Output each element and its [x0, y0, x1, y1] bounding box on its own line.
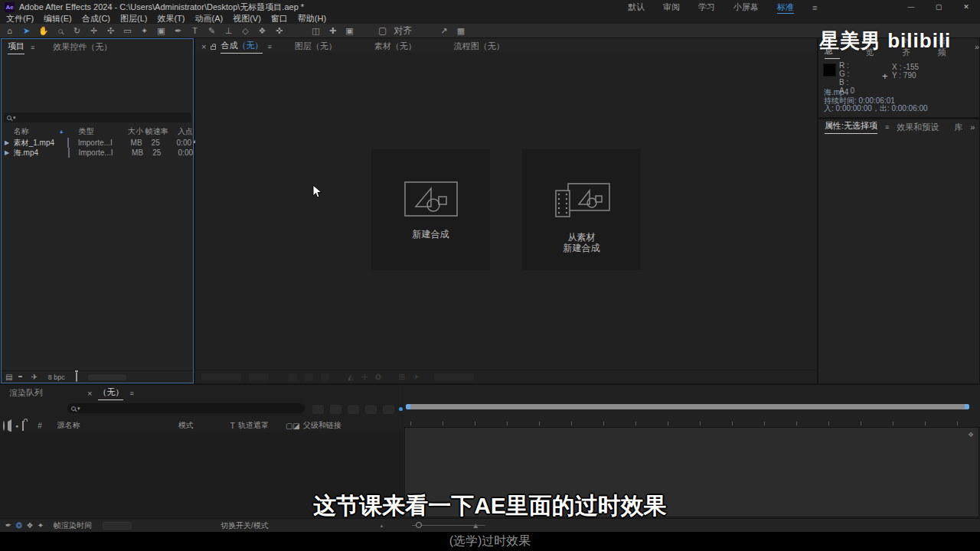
column-track-matte[interactable]: 轨道遮罩 — [238, 420, 269, 431]
tab-render-queue[interactable]: 渲染队列 — [9, 387, 43, 399]
horizontal-scrollbar[interactable] — [88, 374, 126, 380]
video-column-icon[interactable] — [3, 422, 5, 430]
comp-marker-icon[interactable]: ❖ — [968, 431, 974, 439]
overflow-icon[interactable]: » — [975, 42, 979, 51]
tab-close-icon[interactable]: × — [201, 42, 206, 51]
number-column[interactable]: # — [38, 422, 42, 430]
search-dropdown-icon[interactable]: ▾ — [13, 115, 16, 121]
eraser-tool-icon[interactable]: ◇ — [240, 26, 250, 36]
time-ruler[interactable] — [404, 413, 971, 427]
workspace-review[interactable]: 审阅 — [663, 2, 680, 13]
tab-properties[interactable]: 属性:无选择项 — [825, 120, 877, 134]
panel-menu-icon[interactable]: ≡ — [129, 390, 133, 397]
brainstorm-icon[interactable]: ✦ — [35, 521, 46, 530]
mask-tool-icon[interactable]: ▣ — [156, 26, 166, 36]
brush-tool-icon[interactable]: ✎ — [207, 26, 217, 36]
workspace-menu-icon[interactable]: ≡ — [812, 3, 817, 12]
overflow-icon[interactable]: » — [970, 122, 975, 132]
hide-shy-icon[interactable] — [348, 405, 359, 414]
column-parent-link[interactable]: 父级和链接 — [303, 420, 341, 431]
panel-menu-icon[interactable]: ≡ — [267, 43, 271, 51]
track-matte-t-icon[interactable]: T — [230, 422, 235, 430]
close-button[interactable]: ✕ — [952, 0, 980, 14]
menu-animation[interactable]: 动画(A) — [195, 13, 224, 24]
project-search-input[interactable]: ▾ — [4, 112, 191, 122]
project-table-header[interactable]: 名称 ▲ 类型 大小 帧速率 入点 — [2, 126, 193, 136]
camera-tool-icon[interactable]: ✛ — [89, 26, 99, 36]
draft-3d-icon[interactable] — [330, 405, 341, 414]
tab-project[interactable]: 项目 — [8, 41, 24, 54]
table-row[interactable]: ▶ 海.mp4 Importe...I MB 25 0:00 — [2, 148, 193, 158]
minimize-button[interactable]: — — [897, 0, 925, 14]
new-composition-button[interactable]: 新建合成 — [371, 149, 490, 270]
clone-stamp-tool-icon[interactable]: ⊥ — [224, 26, 234, 36]
navigator-end-handle[interactable] — [965, 404, 969, 409]
time-navigator-bar[interactable] — [406, 404, 969, 409]
column-size[interactable]: 大小 — [121, 126, 144, 137]
align-label[interactable]: 对齐 — [394, 24, 412, 37]
audio-column-icon[interactable] — [8, 422, 11, 430]
roto-brush-tool-icon[interactable]: ❖ — [257, 26, 267, 36]
tab-layer[interactable]: 图层（无） — [295, 41, 337, 52]
menu-window[interactable]: 窗口 — [271, 13, 288, 24]
star-tool-icon[interactable]: ✦ — [139, 26, 149, 36]
viewer-control-icon[interactable]: ✛ — [361, 373, 368, 381]
timecode-display[interactable] — [434, 373, 474, 380]
lock-column-icon[interactable] — [22, 422, 24, 430]
tab-timeline-comp[interactable]: （无） — [98, 386, 123, 400]
workspace-standard[interactable]: 标准 — [777, 2, 794, 14]
workspace-learn[interactable]: 学习 — [698, 2, 715, 13]
column-name[interactable]: 名称 — [14, 126, 59, 137]
tab-flowchart[interactable]: 流程图（无） — [454, 41, 505, 52]
navigator-start-handle[interactable] — [406, 404, 410, 409]
label-color-swatch[interactable] — [67, 139, 78, 147]
column-source-name[interactable]: 源名称 — [57, 420, 80, 431]
zoom-tool-icon[interactable] — [55, 26, 65, 35]
tab-footage[interactable]: 素材（无） — [374, 41, 416, 52]
frame-blend-icon[interactable] — [365, 405, 377, 414]
interpret-footage-icon[interactable]: ▤ — [5, 373, 12, 381]
column-framerate[interactable]: 帧速率 — [143, 126, 170, 137]
workspace-default[interactable]: 默认 — [628, 2, 645, 13]
hand-tool-icon[interactable]: ✋ — [38, 26, 48, 36]
tab-effect-controls[interactable]: 效果控件（无） — [53, 41, 112, 53]
timeline-zoom-slider[interactable] — [412, 525, 485, 526]
viewer-control-icon[interactable] — [289, 373, 297, 381]
viewer-control-icon[interactable]: ✈ — [413, 373, 419, 381]
parent-pickwhip-icon[interactable]: ◪ — [292, 422, 299, 430]
rotate-tool-icon[interactable]: ↻ — [72, 26, 82, 36]
workspace-small-screen[interactable]: 小屏幕 — [733, 2, 759, 13]
footage-play-icon[interactable]: ▶ — [2, 149, 14, 156]
motion-blur-icon[interactable] — [383, 405, 394, 414]
panel-divider[interactable] — [818, 117, 979, 119]
label-color-swatch[interactable] — [68, 148, 79, 157]
shape-tool-icon[interactable]: ▭ — [122, 26, 132, 36]
column-type[interactable]: 类型 — [78, 126, 120, 137]
menu-help[interactable]: 帮助(H) — [298, 13, 326, 24]
tab-library[interactable]: 库 — [954, 122, 962, 133]
puppet-tool-icon[interactable]: ✜ — [274, 26, 284, 36]
bit-depth-label[interactable]: 8 bpc — [48, 373, 65, 381]
panel-menu-icon[interactable]: ≡ — [31, 44, 34, 51]
sort-asc-icon[interactable]: ▲ — [59, 129, 68, 134]
table-row[interactable]: ▶ 素材_1.mp4 Importe...I MB 25 0:00 — [2, 138, 193, 148]
viewer-control-icon[interactable]: ❂ — [375, 373, 381, 381]
zoom-out-icon[interactable]: ▴ — [381, 523, 384, 529]
snap-icon[interactable]: ↗ — [439, 26, 449, 36]
menu-layer[interactable]: 图层(L) — [120, 13, 147, 24]
timeline-zoom-handle[interactable] — [416, 522, 422, 528]
restore-button[interactable]: ▢ — [925, 0, 952, 14]
grid-icon[interactable]: ▦ — [456, 26, 466, 36]
resolution-select[interactable] — [249, 373, 269, 380]
tab-composition[interactable]: 合成（无） — [220, 40, 263, 54]
parent-square-icon[interactable]: ▢ — [286, 422, 292, 430]
proxy-icon[interactable]: ✈ — [31, 373, 37, 381]
type-tool-icon[interactable]: T — [190, 26, 200, 35]
menu-file[interactable]: 文件(F) — [6, 13, 34, 24]
column-mode[interactable]: 模式 — [178, 420, 194, 431]
viewer-control-icon[interactable] — [305, 373, 313, 381]
pan-behind-tool-icon[interactable]: ✣ — [106, 26, 116, 36]
footage-play-icon[interactable]: ▶ — [2, 139, 14, 146]
lock-icon[interactable] — [211, 46, 216, 50]
viewer-control-icon[interactable]: ◭ — [348, 373, 354, 381]
